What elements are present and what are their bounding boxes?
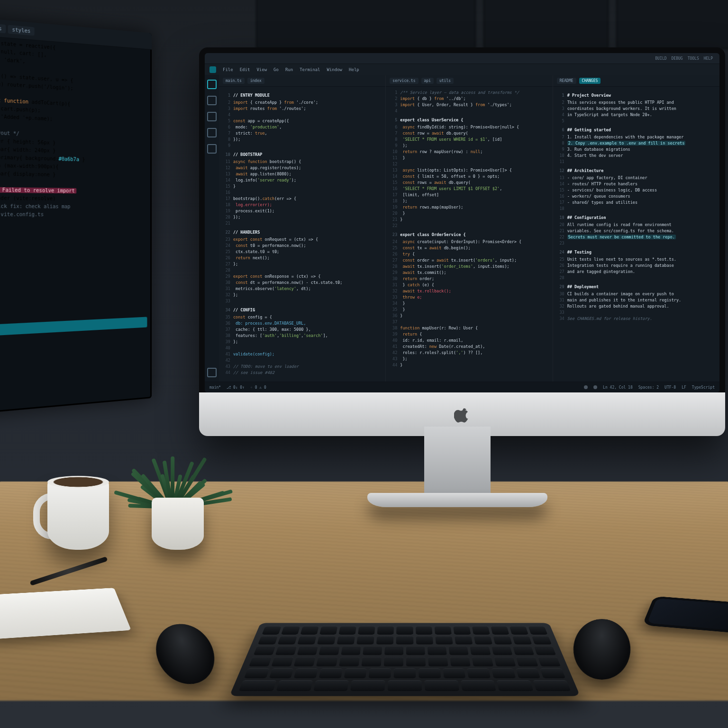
menu-item[interactable]: Run bbox=[285, 67, 293, 72]
secondary-monitor: app.js styles const state = reactive({ u… bbox=[0, 18, 152, 414]
workspace-photo: app.js styles const state = reactive({ u… bbox=[0, 0, 728, 728]
editor-tab[interactable]: index bbox=[247, 78, 264, 84]
status-cursor[interactable]: Ln 42, Col 18 bbox=[603, 385, 633, 390]
git-icon[interactable] bbox=[207, 112, 217, 121]
status-sync[interactable]: ⎇ 0↓ 0↑ bbox=[227, 385, 245, 390]
status-problems[interactable]: ◦ 0 ⚠ 0 bbox=[250, 385, 266, 390]
topbar-item[interactable]: DEBUG bbox=[672, 56, 683, 61]
status-branch[interactable]: main* bbox=[209, 385, 221, 390]
menu-item[interactable]: Terminal bbox=[300, 67, 320, 72]
menu-item[interactable]: File bbox=[223, 67, 233, 72]
status-dot-icon bbox=[593, 385, 597, 389]
editor-tabs: main.tsindex bbox=[219, 75, 385, 87]
status-dot-icon bbox=[584, 385, 588, 389]
imac-stand bbox=[424, 427, 491, 502]
status-eol[interactable]: LF bbox=[682, 385, 686, 390]
editor-tab[interactable]: main.ts bbox=[223, 78, 245, 84]
debug-icon[interactable] bbox=[207, 128, 217, 137]
menu-item[interactable]: View bbox=[256, 67, 267, 72]
editor-tab[interactable]: CHANGES bbox=[579, 78, 601, 84]
menubar: File Edit View Go Run Terminal Window He… bbox=[205, 64, 719, 76]
code-pane[interactable]: 1// ENTRY MODULE2import { createApp } fr… bbox=[219, 87, 385, 382]
editor-tab[interactable]: README bbox=[557, 78, 576, 84]
code-pane[interactable]: 1/** Service layer — data access and tra… bbox=[386, 87, 552, 382]
window-topbar: BUILD DEBUG TOOLS HELP bbox=[205, 53, 719, 64]
topbar-item[interactable]: TOOLS bbox=[688, 56, 699, 61]
secondary-code: const state = reactive({ user: null, car… bbox=[0, 36, 152, 221]
menu-item[interactable]: Edit bbox=[240, 67, 250, 72]
topbar-item[interactable]: BUILD bbox=[655, 56, 666, 61]
imac: BUILD DEBUG TOOLS HELP File Edit View Go… bbox=[199, 47, 716, 569]
tab[interactable]: app.js bbox=[0, 22, 6, 33]
editor-tab[interactable]: service.ts bbox=[390, 78, 418, 84]
topbar-item[interactable]: HELP bbox=[704, 56, 713, 61]
coffee-mug bbox=[33, 479, 114, 559]
status-lang[interactable]: TypeScript bbox=[692, 385, 715, 390]
workspace: main.tsindex1// ENTRY MODULE2import { cr… bbox=[205, 75, 719, 382]
status-bar: main* ⎇ 0↓ 0↑ ◦ 0 ⚠ 0 Ln 42, Col 18 Spac… bbox=[205, 382, 719, 392]
apple-logo-icon bbox=[454, 405, 470, 424]
code-editor: BUILD DEBUG TOOLS HELP File Edit View Go… bbox=[205, 53, 719, 392]
menu-item[interactable]: Help bbox=[349, 67, 359, 72]
status-indent[interactable]: Spaces: 2 bbox=[638, 385, 659, 390]
editor-tab[interactable]: api bbox=[421, 78, 434, 84]
search-icon[interactable] bbox=[207, 96, 217, 105]
activity-bar bbox=[205, 75, 219, 382]
editor-column: service.tsapiutils1/** Service layer — d… bbox=[386, 75, 553, 382]
settings-icon[interactable] bbox=[207, 368, 217, 377]
extensions-icon[interactable] bbox=[207, 144, 217, 154]
editor-tab[interactable]: utils bbox=[437, 78, 454, 84]
imac-foot bbox=[367, 493, 547, 507]
files-icon[interactable] bbox=[207, 80, 217, 89]
imac-bezel: BUILD DEBUG TOOLS HELP File Edit View Go… bbox=[199, 47, 725, 436]
menu-item[interactable]: Window bbox=[327, 67, 343, 72]
editor-column: main.tsindex1// ENTRY MODULE2import { cr… bbox=[219, 75, 386, 382]
app-logo-icon[interactable] bbox=[209, 66, 216, 73]
keyboard bbox=[229, 623, 580, 696]
status-encoding[interactable]: UTF-8 bbox=[664, 385, 676, 390]
secondary-highlight-bar bbox=[0, 317, 147, 336]
editor-tabs: service.tsapiutils bbox=[386, 75, 552, 87]
tab[interactable]: styles bbox=[8, 25, 35, 36]
code-pane[interactable]: 1# Project Overview2This service exposes… bbox=[553, 87, 719, 382]
menu-item[interactable]: Go bbox=[273, 67, 279, 72]
editor-column: READMECHANGES1# Project Overview2This se… bbox=[553, 75, 719, 382]
editor-tabs: READMECHANGES bbox=[553, 75, 719, 87]
